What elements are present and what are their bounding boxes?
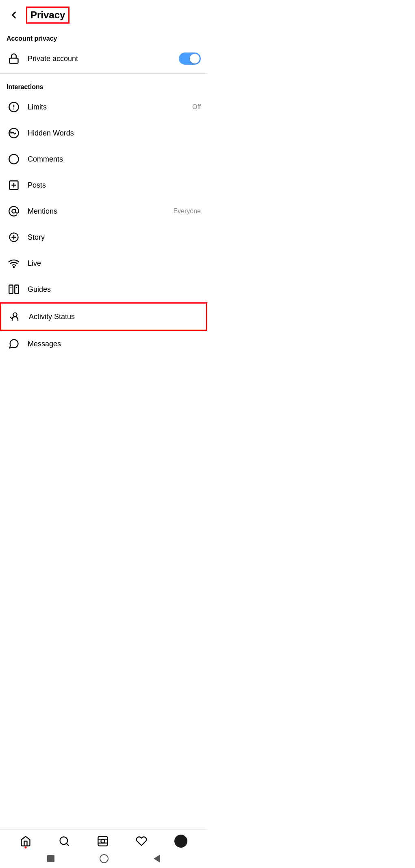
svg-rect-0 (10, 58, 18, 63)
svg-rect-15 (15, 285, 18, 294)
guides-item[interactable]: Guides (0, 276, 207, 302)
mentions-label: Mentions (28, 207, 173, 216)
posts-label: Posts (28, 181, 201, 190)
mentions-item[interactable]: Mentions Everyone (0, 198, 207, 224)
story-label: Story (28, 233, 201, 242)
private-account-item[interactable]: Private account (0, 46, 207, 72)
account-privacy-label: Account privacy (0, 27, 207, 46)
guides-label: Guides (28, 285, 201, 294)
private-account-label: Private account (28, 55, 179, 63)
comment-icon (7, 152, 21, 166)
private-account-toggle[interactable] (179, 52, 201, 65)
hidden-words-label: Hidden Words (28, 129, 201, 138)
story-item[interactable]: Story (0, 224, 207, 250)
lock-icon (7, 51, 21, 66)
messages-icon (7, 337, 21, 351)
toggle-switch[interactable] (179, 52, 201, 65)
comments-item[interactable]: Comments (0, 146, 207, 172)
alert-circle-icon (7, 100, 21, 114)
interactions-section: Interactions Limits Off H (0, 75, 207, 357)
svg-point-13 (13, 267, 14, 267)
live-icon (7, 256, 21, 271)
mentions-icon (7, 204, 21, 219)
story-icon (7, 230, 21, 245)
messages-label: Messages (28, 340, 201, 348)
posts-item[interactable]: Posts (0, 172, 207, 198)
comments-label: Comments (28, 155, 201, 164)
svg-rect-14 (9, 285, 13, 294)
interactions-label: Interactions (0, 75, 207, 94)
hidden-words-icon (7, 126, 21, 140)
page-title: Privacy (26, 7, 70, 24)
live-item[interactable]: Live (0, 250, 207, 276)
account-privacy-section: Account privacy Private account (0, 27, 207, 74)
hidden-words-item[interactable]: Hidden Words (0, 120, 207, 146)
back-button[interactable] (7, 8, 21, 22)
posts-icon (7, 178, 21, 192)
guides-icon (7, 282, 21, 297)
activity-status-item[interactable]: Activity Status (0, 302, 207, 331)
activity-status-label: Activity Status (29, 313, 200, 321)
limits-value: Off (192, 103, 201, 111)
svg-point-5 (9, 154, 18, 164)
svg-point-9 (12, 209, 15, 213)
header: Privacy (0, 0, 207, 27)
activity-status-icon (8, 309, 22, 324)
limits-label: Limits (28, 103, 192, 112)
live-label: Live (28, 259, 201, 268)
messages-item[interactable]: Messages (0, 331, 207, 357)
svg-point-18 (13, 313, 17, 317)
limits-item[interactable]: Limits Off (0, 94, 207, 120)
section-divider (0, 73, 207, 74)
mentions-value: Everyone (173, 208, 201, 215)
